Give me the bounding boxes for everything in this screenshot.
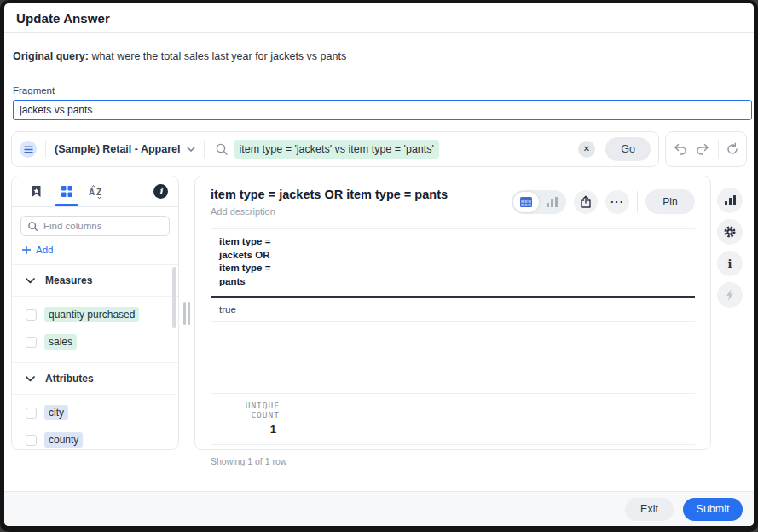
history-bar [665,131,747,167]
clear-search-button[interactable]: ✕ [578,141,595,158]
table-header-row: item type = jackets OR item type = pants [211,228,695,298]
sidebar-info-icon[interactable]: i [153,184,168,199]
find-columns-input[interactable] [43,221,154,231]
panel-resize-handle[interactable] [179,176,194,450]
reset-button[interactable] [724,141,741,158]
undo-button[interactable] [671,142,689,158]
column-label: quantity purchased [44,307,139,322]
query-section: Original query: what were the total sale… [4,33,754,120]
pin-button[interactable]: Pin [645,189,695,214]
checkbox[interactable] [26,435,37,446]
divider [45,141,46,158]
add-description[interactable]: Add description [211,206,448,217]
sidebar-tabs: AZ i [12,176,178,207]
settings-button[interactable] [717,219,743,245]
attributes-section: Attributes city county ite [12,362,178,450]
table-cell[interactable]: true [211,298,292,321]
lightning-icon [726,289,734,301]
summary-label: UNIQUE COUNT [219,401,280,419]
columns-sidebar: AZ i Add Measures [11,176,179,450]
table-icon [520,197,532,207]
tab-sort-az[interactable]: AZ [84,176,111,206]
chart-view-button[interactable] [539,192,564,212]
results-table: item type = jackets OR item type = pants… [211,228,695,445]
column-item-city[interactable]: city [12,399,178,426]
checkbox[interactable] [26,309,37,321]
view-toggle [512,190,566,214]
svg-text:A: A [89,188,95,197]
measures-items: quantity purchased sales [12,296,178,362]
chevron-down-icon [26,278,35,284]
add-column-button[interactable]: Add [22,245,53,264]
table-header-cell[interactable]: item type = jackets OR item type = pants [211,229,292,296]
reset-icon [726,142,739,156]
svg-text:Z: Z [96,188,101,197]
answer-title-block: item type = jackets OR item type = pants… [211,188,448,217]
checkbox[interactable] [26,337,37,348]
checkbox[interactable] [26,408,37,419]
summary-value: 1 [219,423,280,436]
original-query: Original query: what were the total sale… [13,50,745,62]
search-row: (Sample) Retail - Apparel item type = 'j… [11,131,747,167]
summary-cell-empty [292,394,695,444]
go-button[interactable]: Go [605,137,651,161]
dialog-titlebar: Update Answer [4,3,754,33]
fragment-label: Fragment [13,85,745,95]
add-label: Add [36,245,53,255]
measures-section: Measures quantity purchased sales [12,264,178,362]
table-cell-empty [292,298,695,321]
table-header-empty [292,229,695,296]
table-summary-row: UNIQUE COUNT 1 [211,394,695,445]
search-icon [27,221,38,232]
table-view-button[interactable] [513,192,539,212]
exit-button[interactable]: Exit [625,498,674,521]
gear-icon [723,225,737,239]
details-info-button[interactable]: i [717,251,743,276]
chart-config-button[interactable] [717,188,743,213]
find-columns-box [20,216,170,236]
datasource-selector[interactable]: (Sample) Retail - Apparel [55,143,195,155]
chevron-down-icon [187,147,195,152]
redo-icon [696,143,710,156]
column-label: sales [44,334,77,350]
search-icon [215,142,229,156]
divider [204,141,205,158]
bar-chart-icon [547,197,558,207]
dialog-title: Update Answer [16,11,110,26]
column-item-sales[interactable]: sales [12,328,178,356]
table-filler [211,322,695,394]
attributes-label: Attributes [45,373,94,385]
original-query-label: Original query: [13,50,89,62]
tab-all-columns[interactable] [53,176,80,206]
row-count-text: Showing 1 of 1 row [211,456,695,477]
content-area: AZ i Add Measures [11,176,747,450]
column-item-county[interactable]: county [12,426,178,450]
datasource-menu-icon[interactable] [20,141,37,158]
spotiq-button[interactable] [717,282,743,308]
measures-header[interactable]: Measures [12,265,178,296]
answer-title: item type = jackets OR item type = pants [211,188,448,201]
bookmark-icon [31,185,42,198]
tab-saved-columns[interactable] [22,176,49,206]
more-options-button[interactable]: ··· [605,190,629,214]
fragment-input[interactable] [13,100,752,120]
undo-icon [673,143,687,156]
update-answer-dialog: Update Answer Original query: what were … [4,3,754,526]
bar-chart-icon [725,195,736,205]
answer-panel: item type = jackets OR item type = pants… [194,176,711,450]
window-frame: Update Answer Original query: what were … [0,0,758,532]
share-button[interactable] [574,190,598,214]
redo-button[interactable] [694,142,712,158]
dialog-footer: Exit Submit [4,491,754,526]
sidebar-scrollbar[interactable] [172,267,176,328]
attributes-header[interactable]: Attributes [12,363,178,394]
chevron-down-icon [26,376,35,382]
grid-icon [61,186,72,197]
attributes-items: city county item type [12,394,178,450]
column-item-quantity-purchased[interactable]: quantity purchased [12,301,178,328]
summary-cell[interactable]: UNIQUE COUNT 1 [211,394,292,444]
info-icon: i [728,257,732,270]
query-token[interactable]: item type = 'jackets' vs item type = 'pa… [234,140,439,159]
submit-button[interactable]: Submit [683,498,743,521]
column-label: city [44,405,68,420]
